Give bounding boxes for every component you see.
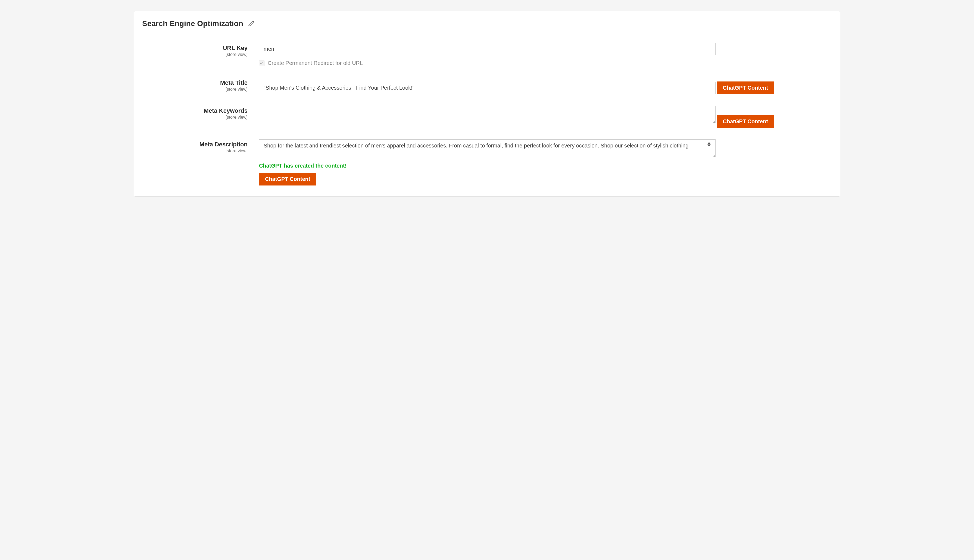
- meta-description-spinner[interactable]: [707, 142, 711, 147]
- meta-description-input[interactable]: [259, 139, 715, 157]
- meta-keywords-input[interactable]: [259, 106, 715, 123]
- url-key-control: Create Permanent Redirect for old URL: [259, 43, 829, 66]
- spinner-down-icon[interactable]: [707, 145, 711, 147]
- meta-title-control: ChatGPT Content: [259, 78, 829, 94]
- meta-keywords-control: ChatGPT Content: [259, 106, 829, 128]
- meta-description-label: Meta Description: [142, 141, 247, 148]
- meta-description-control: ChatGPT has created the content! ChatGPT…: [259, 139, 829, 185]
- meta-keywords-label-container: Meta Keywords [store view]: [142, 106, 259, 120]
- meta-title-label-container: Meta Title [store view]: [142, 78, 259, 92]
- meta-description-wrapper: [259, 139, 715, 158]
- meta-description-chatgpt-button[interactable]: ChatGPT Content: [259, 173, 316, 185]
- meta-title-chatgpt-button[interactable]: ChatGPT Content: [717, 82, 774, 94]
- meta-title-input[interactable]: [259, 82, 715, 94]
- redirect-checkbox-label: Create Permanent Redirect for old URL: [268, 60, 363, 66]
- url-key-input[interactable]: [259, 43, 715, 55]
- meta-keywords-row: Meta Keywords [store view] ChatGPT Conte…: [142, 106, 829, 128]
- url-key-scope: [store view]: [142, 52, 247, 57]
- redirect-checkbox[interactable]: [259, 60, 264, 66]
- meta-title-label: Meta Title: [142, 79, 247, 87]
- meta-description-success: ChatGPT has created the content!: [259, 163, 829, 169]
- meta-keywords-scope: [store view]: [142, 115, 247, 120]
- panel-title: Search Engine Optimization: [142, 19, 243, 28]
- spinner-up-icon[interactable]: [707, 142, 711, 144]
- redirect-checkbox-row: Create Permanent Redirect for old URL: [259, 60, 829, 66]
- meta-title-row: Meta Title [store view] ChatGPT Content: [142, 78, 829, 94]
- meta-keywords-chatgpt-button[interactable]: ChatGPT Content: [717, 115, 774, 128]
- url-key-label: URL Key: [142, 45, 247, 52]
- meta-description-label-container: Meta Description [store view]: [142, 139, 259, 153]
- seo-panel: Search Engine Optimization URL Key [stor…: [134, 11, 840, 197]
- meta-description-row: Meta Description [store view] ChatGPT ha…: [142, 139, 829, 185]
- edit-icon[interactable]: [248, 21, 254, 27]
- meta-title-scope: [store view]: [142, 87, 247, 92]
- url-key-label-container: URL Key [store view]: [142, 43, 259, 57]
- meta-description-scope: [store view]: [142, 148, 247, 153]
- meta-keywords-label: Meta Keywords: [142, 107, 247, 114]
- url-key-row: URL Key [store view] Create Permanent Re…: [142, 43, 829, 66]
- panel-header: Search Engine Optimization: [142, 19, 829, 28]
